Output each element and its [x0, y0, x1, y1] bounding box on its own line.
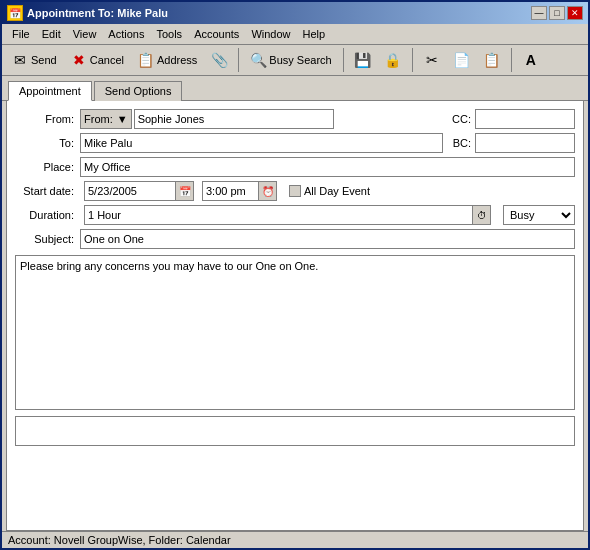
subject-input[interactable] — [80, 229, 575, 249]
maximize-button[interactable]: □ — [549, 6, 565, 20]
font-icon: A — [523, 52, 539, 68]
send-label: Send — [31, 54, 57, 66]
start-date-input[interactable] — [85, 182, 175, 200]
paste-icon: 📋 — [484, 52, 500, 68]
cc-label: CC: — [451, 113, 471, 125]
tab-bar: Appointment Send Options — [2, 76, 588, 101]
duration-picker-button[interactable]: ⏱ — [472, 206, 490, 224]
paste-button[interactable]: 📋 — [478, 48, 506, 72]
start-date-label: Start date: — [15, 185, 80, 197]
window-title: Appointment To: Mike Palu — [27, 7, 531, 19]
to-row: To: BC: — [15, 133, 575, 153]
place-label: Place: — [15, 161, 80, 173]
sign-icon: 🔒 — [385, 52, 401, 68]
toolbar-sep4 — [511, 48, 512, 72]
date-picker-button[interactable]: 📅 — [175, 182, 193, 200]
cancel-button[interactable]: ✖ Cancel — [65, 48, 130, 72]
menu-bar: File Edit View Actions Tools Accounts Wi… — [2, 24, 588, 45]
from-row: From: From: ▼ CC: — [15, 109, 575, 129]
attach-button[interactable]: 📎 — [205, 48, 233, 72]
to-input[interactable] — [80, 133, 443, 153]
cut-button[interactable]: ✂ — [418, 48, 446, 72]
cancel-label: Cancel — [90, 54, 124, 66]
main-window: 📅 Appointment To: Mike Palu — □ ✕ File E… — [0, 0, 590, 550]
time-picker-button[interactable]: ⏰ — [258, 182, 276, 200]
notes-textarea[interactable]: Please bring any concerns you may have t… — [15, 255, 575, 410]
start-time-input[interactable] — [203, 182, 258, 200]
place-input[interactable] — [80, 157, 575, 177]
to-label: To: — [15, 137, 80, 149]
from-label: From: — [15, 113, 80, 125]
duration-input-wrapper: ⏱ — [84, 205, 491, 225]
cancel-icon: ✖ — [71, 52, 87, 68]
bc-input[interactable] — [475, 133, 575, 153]
address-label: Address — [157, 54, 197, 66]
title-bar: 📅 Appointment To: Mike Palu — □ ✕ — [2, 2, 588, 24]
app-icon: 📅 — [7, 5, 23, 21]
tab-appointment[interactable]: Appointment — [8, 81, 92, 101]
busy-select-wrapper: Busy Free Tentative Out of Office — [503, 205, 575, 225]
duration-row: Duration: ⏱ Busy Free Tentative Out of O… — [15, 205, 575, 225]
address-icon: 📋 — [138, 52, 154, 68]
all-day-label: All Day Event — [304, 185, 370, 197]
busy-search-label: Busy Search — [269, 54, 331, 66]
duration-label: Duration: — [15, 209, 80, 221]
status-text: Account: Novell GroupWise, Folder: Calen… — [8, 534, 231, 546]
all-day-checkbox[interactable] — [289, 185, 301, 197]
tab-send-options[interactable]: Send Options — [94, 81, 183, 101]
status-bar: Account: Novell GroupWise, Folder: Calen… — [2, 531, 588, 548]
menu-view[interactable]: View — [67, 26, 103, 42]
place-row: Place: — [15, 157, 575, 177]
toolbar-sep3 — [412, 48, 413, 72]
attach-icon: 📎 — [211, 52, 227, 68]
sign-button[interactable]: 🔒 — [379, 48, 407, 72]
appointment-form: From: From: ▼ CC: To: BC: Place: — [6, 101, 584, 531]
busy-search-button[interactable]: 🔍 Busy Search — [244, 48, 337, 72]
save-icon: 💾 — [355, 52, 371, 68]
duration-input[interactable] — [85, 206, 472, 224]
subject-label: Subject: — [15, 233, 80, 245]
toolbar: ✉ Send ✖ Cancel 📋 Address 📎 🔍 Busy Searc… — [2, 45, 588, 76]
menu-actions[interactable]: Actions — [102, 26, 150, 42]
time-input-wrapper: ⏰ — [202, 181, 277, 201]
toolbar-sep2 — [343, 48, 344, 72]
save-button[interactable]: 💾 — [349, 48, 377, 72]
copy-button[interactable]: 📄 — [448, 48, 476, 72]
close-button[interactable]: ✕ — [567, 6, 583, 20]
start-date-row: Start date: 📅 ⏰ All Day Event — [15, 181, 575, 201]
toolbar-sep1 — [238, 48, 239, 72]
font-button[interactable]: A — [517, 48, 545, 72]
menu-help[interactable]: Help — [297, 26, 332, 42]
send-button[interactable]: ✉ Send — [6, 48, 63, 72]
menu-edit[interactable]: Edit — [36, 26, 67, 42]
menu-window[interactable]: Window — [245, 26, 296, 42]
cut-icon: ✂ — [424, 52, 440, 68]
all-day-wrapper: All Day Event — [289, 185, 370, 197]
menu-tools[interactable]: Tools — [150, 26, 188, 42]
subject-row: Subject: — [15, 229, 575, 249]
window-controls: — □ ✕ — [531, 6, 583, 20]
copy-icon: 📄 — [454, 52, 470, 68]
minimize-button[interactable]: — — [531, 6, 547, 20]
send-icon: ✉ — [12, 52, 28, 68]
menu-accounts[interactable]: Accounts — [188, 26, 245, 42]
menu-file[interactable]: File — [6, 26, 36, 42]
date-input-wrapper: 📅 — [84, 181, 194, 201]
address-button[interactable]: 📋 Address — [132, 48, 203, 72]
cc-input[interactable] — [475, 109, 575, 129]
bc-label: BC: — [451, 137, 471, 149]
busy-search-icon: 🔍 — [250, 52, 266, 68]
busy-select[interactable]: Busy Free Tentative Out of Office — [504, 206, 574, 224]
from-dropdown[interactable]: From: ▼ — [80, 109, 132, 129]
from-input[interactable] — [134, 109, 334, 129]
attachment-area — [15, 416, 575, 446]
